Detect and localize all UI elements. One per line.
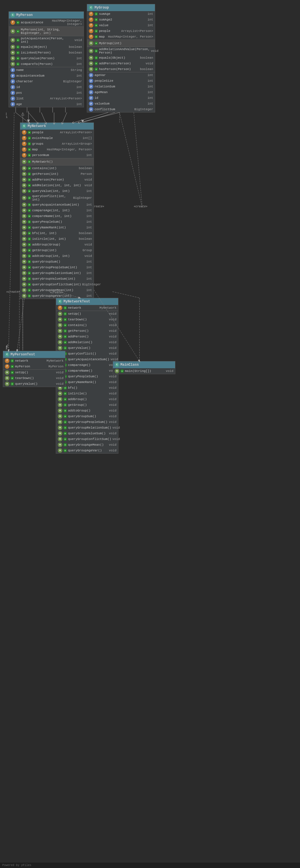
method-row: m + equals(Object) boolean — [9, 44, 84, 50]
method-row: m + queryValue() void — [3, 381, 65, 387]
attr-row: p age int — [9, 101, 84, 107]
my-person-test-icon: C — [5, 352, 9, 357]
method-row: m + setUp() void — [3, 370, 65, 375]
svg-line-29 — [8, 113, 14, 351]
my-person-test-class: C MyPersonTest f + network MyNetwork f +… — [3, 351, 65, 387]
my-person-constructor: m + MyPerson(int, String, BigInteger, in… — [9, 27, 84, 36]
constructor-icon: m — [10, 29, 15, 34]
method-row: m + main(String[]) void — [113, 368, 175, 374]
method-row: m + compareName(int, int) int — [20, 213, 94, 219]
my-person-header: C MyPerson — [9, 12, 84, 19]
label-create-right2: «create» — [134, 205, 147, 208]
main-class-title: MainClass — [121, 363, 139, 367]
svg-marker-1 — [27, 120, 30, 122]
method-row: m + addRelation() void — [56, 339, 118, 345]
method-row: m + compareTo(Person) int — [9, 61, 84, 67]
method-row: m + queryAcquaintanceSum(int) int — [20, 202, 94, 208]
field-row: f + sumAge2 int — [87, 17, 155, 23]
method-row: m + hasPerson(Person) boolean — [87, 66, 155, 72]
my-network-title: MyNetwork — [28, 124, 46, 128]
method-row: m + getPerson() void — [56, 328, 118, 334]
attr-row: p pos int — [9, 90, 84, 96]
my-person-class: C MyPerson f + acquaintance HashMap<Inte… — [8, 11, 84, 107]
field-row: f + people ArrayList<Person> — [87, 28, 155, 34]
method-row: m + queryConflict(int, int) BigInteger — [20, 194, 94, 202]
my-network-constructor: m + MyNetwork() — [20, 158, 94, 165]
method-row: m + isCircle() void — [56, 391, 118, 396]
field-type: HashMap<Integer, Integer> — [44, 19, 82, 26]
svg-marker-3 — [81, 120, 84, 122]
my-person-title: MyPerson — [16, 13, 33, 17]
svg-line-20 — [15, 113, 29, 122]
attr-row: p character BigInteger — [9, 79, 84, 84]
svg-line-21 — [29, 113, 37, 122]
method-row: m + getPerson(int) Person — [20, 171, 94, 177]
diagram-container: C MyPerson f + acquaintance HashMap<Inte… — [0, 0, 300, 868]
my-network-icon: C — [22, 124, 27, 128]
my-network-header: C MyNetwork — [20, 123, 94, 130]
main-class-icon: C — [115, 363, 119, 367]
field-row: f + sumAge int — [87, 11, 155, 17]
svg-marker-16 — [21, 113, 24, 115]
method-row: m + isLinked(Person) boolean — [9, 50, 84, 56]
method-row: m + addtoGroup(int, int) void — [20, 253, 94, 259]
method-row: m + queryGroupValueSum(int) int — [20, 276, 94, 282]
field-row: f + network MyNetwork — [3, 358, 65, 364]
attr-row: p ageVar int — [87, 72, 155, 78]
my-group-title: MyGroup — [95, 6, 109, 10]
label-create-network: «create» — [50, 291, 64, 294]
my-network-test-header: C MyNetworkTest — [56, 298, 118, 305]
method-row: m + queryGroupSum() void — [56, 413, 118, 419]
svg-line-17 — [112, 291, 139, 298]
svg-line-31 — [120, 113, 142, 208]
attr-row: p id int — [87, 95, 155, 101]
method-row: m + addRelationAndValue(Person, Person) … — [87, 47, 155, 55]
method-row: m + queryGroupRelationSum() void — [56, 425, 118, 431]
method-row: m + addGroup() void — [56, 396, 118, 402]
method-row: m + addRelation(int, int, int) void — [20, 183, 94, 188]
field-row: f + map HashMap<Integer, Person> — [20, 147, 94, 152]
my-group-constructor: m + MyGroup(int) — [87, 40, 155, 47]
field-row: f + value int — [87, 23, 155, 28]
my-network-test-title: MyNetworkTest — [64, 300, 90, 304]
method-row: m + queryGroupSum() int — [20, 259, 94, 265]
method-row: m + addPerson(Person) void — [20, 177, 94, 183]
attr-row: p ageMean int — [87, 89, 155, 95]
my-group-header: C MyGroup — [87, 4, 155, 11]
field-row: f + existPeople int[] — [20, 135, 94, 141]
constructor-name: MyPerson(int, String, BigInteger, int) — [21, 28, 82, 35]
attr-row: p valueSum int — [87, 101, 155, 106]
my-person-field-0: f + acquaintance HashMap<Integer, Intege… — [9, 19, 84, 27]
method-row: m + contains() void — [56, 322, 118, 328]
svg-line-2 — [82, 111, 120, 122]
method-row: m + getGroup(int) Group — [20, 247, 94, 253]
method-row: m + queryValue(Person) int — [9, 56, 84, 61]
method-row: m + setUp() void — [56, 311, 118, 317]
footer-text: Powered by yFiles — [2, 864, 31, 867]
method-row: m + queryGroupConflictSum() void — [56, 436, 118, 442]
method-row: m + compareAge(int, int) int — [20, 208, 94, 213]
method-row: m + tearDown() void — [3, 375, 65, 381]
method-row: m + addPerson() void — [56, 334, 118, 339]
my-person-icon: C — [10, 13, 15, 18]
svg-line-32 — [134, 113, 142, 208]
field-name: acquaintance — [21, 21, 43, 24]
svg-line-28 — [17, 290, 26, 351]
method-row: m + addPerson(Person) void — [87, 61, 155, 66]
attr-row: p list ArrayList<Person> — [9, 96, 84, 101]
method-row: m + queryGroupAgeMean() void — [56, 442, 118, 448]
method-row: m + putAcquaintance(Person, int) void — [9, 36, 84, 44]
vis-public: + — [16, 21, 20, 24]
method-row: m + queryValue(int, int) int — [20, 188, 94, 194]
vis-pub: + — [16, 30, 20, 33]
method-row: m + queryGroupRelationSum(int) int — [20, 270, 94, 276]
method-row: m + queryPeopleSum() int — [20, 219, 94, 225]
field-row: f + map HashMap<Integer, Person> — [87, 34, 155, 39]
attr-row: p relationSum int — [87, 84, 155, 89]
attr-row: p peopleSize int — [87, 78, 155, 84]
method-row: m + queryGroupConflictSum(int) BigIntege… — [20, 282, 94, 287]
svg-line-24 — [63, 113, 67, 122]
my-group-icon: C — [89, 5, 93, 10]
main-class: C MainClass m + main(String[]) void — [113, 361, 175, 374]
attr-row: p acquaintanceSum int — [9, 73, 84, 79]
